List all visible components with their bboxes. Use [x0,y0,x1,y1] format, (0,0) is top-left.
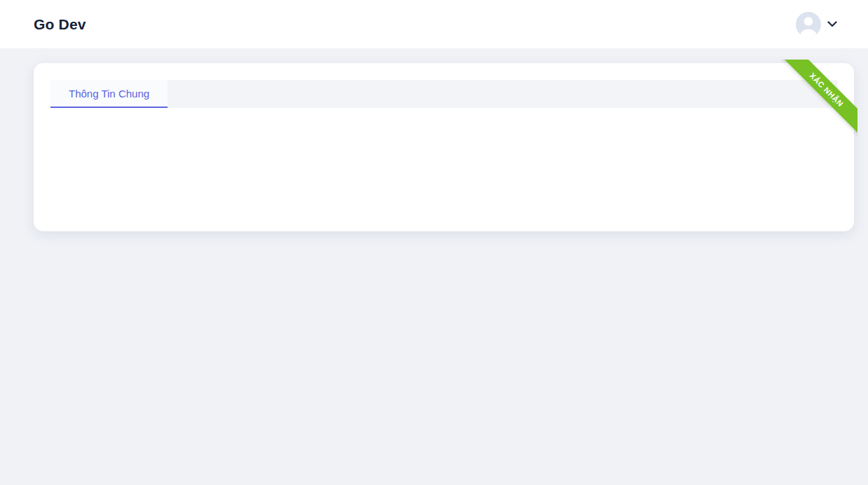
page-content: XÁC NHẬN Thông Tin Chung [0,63,868,231]
chevron-down-icon [827,21,837,27]
order-return-card: XÁC NHẬN Thông Tin Chung [34,63,854,231]
tab-general-info[interactable]: Thông Tin Chung [50,80,168,108]
user-avatar-icon [796,12,821,37]
top-navbar: Go Dev [0,0,868,49]
user-menu[interactable] [796,12,837,37]
tab-bar: Thông Tin Chung [50,80,838,108]
brand-logo[interactable]: Go Dev [34,16,86,33]
